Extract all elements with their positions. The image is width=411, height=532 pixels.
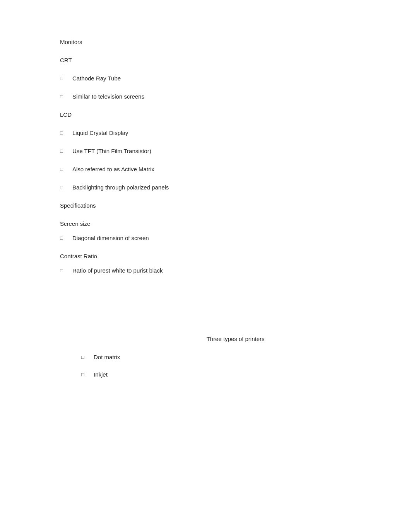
bullet-icon: □ <box>60 75 65 81</box>
page-content: Monitors CRT □ Cathode Ray Tube □ Simila… <box>60 0 411 412</box>
list-item: □ Similar to television screens <box>60 93 411 100</box>
bullet-icon: □ <box>60 94 65 99</box>
bullet-text: Diagonal dimension of screen <box>72 235 149 241</box>
bullet-icon: □ <box>81 372 87 377</box>
list-item: □ Ratio of purest white to purist black <box>60 267 411 274</box>
bullet-icon: □ <box>60 148 65 154</box>
list-item: □ Use TFT (Thin Film Transistor) <box>60 148 411 154</box>
contrast-ratio-heading: Contrast Ratio <box>60 253 411 259</box>
monitors-heading: Monitors <box>60 39 411 45</box>
list-item: □ Also referred to as Active Matrix <box>60 166 411 172</box>
list-item: □ Diagonal dimension of screen <box>60 235 411 241</box>
crt-heading: CRT <box>60 57 411 63</box>
list-item: □ Liquid Crystal Display <box>60 130 411 136</box>
bullet-text: Also referred to as Active Matrix <box>72 166 154 172</box>
bullet-icon: □ <box>60 235 65 241</box>
list-item: □ Dot matrix <box>81 354 411 360</box>
bullet-text: Use TFT (Thin Film Transistor) <box>72 148 151 154</box>
bullet-icon: □ <box>60 268 65 273</box>
bullet-text: Cathode Ray Tube <box>72 75 121 82</box>
bullet-text: Ratio of purest white to purist black <box>72 267 163 274</box>
bullet-text: Backlighting through polarized panels <box>72 184 169 191</box>
bullet-text: Liquid Crystal Display <box>72 130 128 136</box>
list-item: □ Inkjet <box>81 371 411 378</box>
bullet-text: Dot matrix <box>94 354 120 360</box>
bullet-icon: □ <box>81 354 87 360</box>
bullet-text: Similar to television screens <box>72 93 144 100</box>
printers-list: □ Dot matrix □ Inkjet <box>81 354 411 378</box>
printers-heading: Three types of printers <box>60 336 411 342</box>
list-item: □ Backlighting through polarized panels <box>60 184 411 191</box>
bullet-icon: □ <box>60 166 65 172</box>
printers-section: Three types of printers <box>60 336 411 342</box>
bullet-icon: □ <box>60 130 65 136</box>
bullet-icon: □ <box>60 184 65 190</box>
list-item: □ Cathode Ray Tube <box>60 75 411 82</box>
bullet-text: Inkjet <box>94 371 108 378</box>
specifications-heading: Specifications <box>60 202 411 209</box>
spacer <box>60 285 411 316</box>
screen-size-heading: Screen size <box>60 220 411 227</box>
lcd-heading: LCD <box>60 111 411 118</box>
